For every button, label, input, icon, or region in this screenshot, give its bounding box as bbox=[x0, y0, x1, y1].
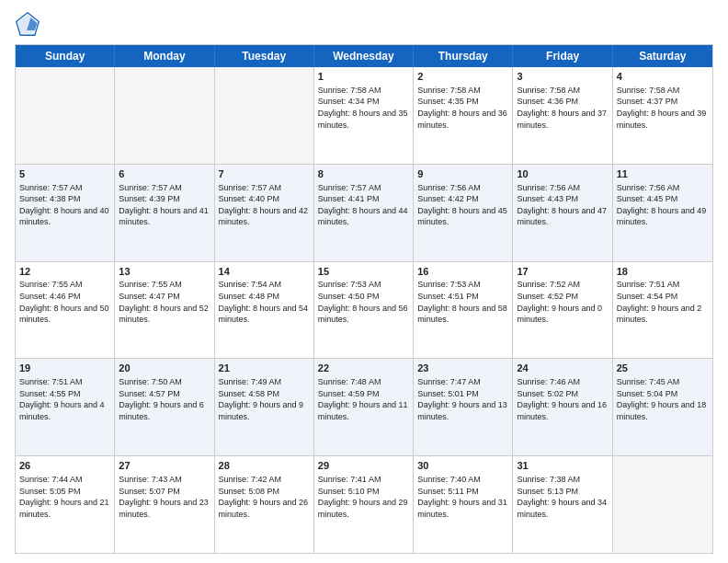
cell-text: Sunrise: 7:41 AM Sunset: 5:10 PM Dayligh… bbox=[318, 474, 409, 520]
calendar-header-sunday: Sunday bbox=[16, 45, 115, 67]
page: SundayMondayTuesdayWednesdayThursdayFrid… bbox=[0, 0, 728, 563]
calendar: SundayMondayTuesdayWednesdayThursdayFrid… bbox=[15, 44, 713, 554]
calendar-header-tuesday: Tuesday bbox=[215, 45, 314, 67]
calendar-cell-r0-c5: 3Sunrise: 7:58 AM Sunset: 4:36 PM Daylig… bbox=[513, 67, 612, 164]
day-number: 24 bbox=[517, 362, 608, 375]
calendar-cell-r2-c5: 17Sunrise: 7:52 AM Sunset: 4:52 PM Dayli… bbox=[513, 262, 612, 359]
cell-text: Sunrise: 7:46 AM Sunset: 5:02 PM Dayligh… bbox=[517, 376, 608, 422]
calendar-body: 1Sunrise: 7:58 AM Sunset: 4:34 PM Daylig… bbox=[16, 67, 712, 553]
day-number: 23 bbox=[417, 362, 508, 375]
cell-text: Sunrise: 7:57 AM Sunset: 4:40 PM Dayligh… bbox=[219, 182, 310, 228]
header bbox=[15, 11, 713, 37]
calendar-header-saturday: Saturday bbox=[613, 45, 712, 67]
calendar-cell-r0-c6: 4Sunrise: 7:58 AM Sunset: 4:37 PM Daylig… bbox=[613, 67, 712, 164]
day-number: 12 bbox=[19, 265, 110, 279]
day-number: 11 bbox=[617, 167, 709, 181]
calendar-cell-r4-c1: 27Sunrise: 7:43 AM Sunset: 5:07 PM Dayli… bbox=[115, 456, 214, 553]
calendar-cell-r3-c5: 24Sunrise: 7:46 AM Sunset: 5:02 PM Dayli… bbox=[513, 359, 612, 455]
cell-text: Sunrise: 7:44 AM Sunset: 5:05 PM Dayligh… bbox=[19, 474, 110, 520]
calendar-cell-r4-c3: 29Sunrise: 7:41 AM Sunset: 5:10 PM Dayli… bbox=[314, 456, 414, 553]
day-number: 28 bbox=[219, 459, 310, 473]
cell-text: Sunrise: 7:40 AM Sunset: 5:11 PM Dayligh… bbox=[417, 474, 508, 520]
day-number: 26 bbox=[19, 459, 110, 473]
calendar-cell-r1-c4: 9Sunrise: 7:56 AM Sunset: 4:42 PM Daylig… bbox=[414, 165, 513, 261]
day-number: 22 bbox=[318, 362, 409, 375]
calendar-cell-r0-c2 bbox=[215, 67, 314, 164]
day-number: 2 bbox=[417, 70, 508, 84]
calendar-cell-r4-c2: 28Sunrise: 7:42 AM Sunset: 5:08 PM Dayli… bbox=[215, 456, 314, 553]
day-number: 13 bbox=[119, 265, 210, 279]
cell-text: Sunrise: 7:58 AM Sunset: 4:34 PM Dayligh… bbox=[318, 85, 409, 131]
cell-text: Sunrise: 7:55 AM Sunset: 4:47 PM Dayligh… bbox=[119, 279, 210, 325]
calendar-cell-r1-c6: 11Sunrise: 7:56 AM Sunset: 4:45 PM Dayli… bbox=[613, 165, 712, 261]
day-number: 1 bbox=[318, 70, 409, 84]
calendar-cell-r0-c0 bbox=[16, 67, 115, 164]
cell-text: Sunrise: 7:54 AM Sunset: 4:48 PM Dayligh… bbox=[219, 279, 310, 325]
calendar-cell-r3-c6: 25Sunrise: 7:45 AM Sunset: 5:04 PM Dayli… bbox=[613, 359, 712, 455]
day-number: 19 bbox=[19, 362, 110, 375]
calendar-header-row: SundayMondayTuesdayWednesdayThursdayFrid… bbox=[16, 45, 712, 67]
cell-text: Sunrise: 7:45 AM Sunset: 5:04 PM Dayligh… bbox=[617, 376, 709, 422]
cell-text: Sunrise: 7:49 AM Sunset: 4:58 PM Dayligh… bbox=[219, 376, 310, 422]
cell-text: Sunrise: 7:47 AM Sunset: 5:01 PM Dayligh… bbox=[417, 376, 508, 422]
cell-text: Sunrise: 7:56 AM Sunset: 4:42 PM Dayligh… bbox=[417, 182, 508, 228]
calendar-cell-r1-c2: 7Sunrise: 7:57 AM Sunset: 4:40 PM Daylig… bbox=[215, 165, 314, 261]
calendar-cell-r2-c4: 16Sunrise: 7:53 AM Sunset: 4:51 PM Dayli… bbox=[414, 262, 513, 359]
day-number: 18 bbox=[617, 265, 709, 279]
calendar-cell-r3-c2: 21Sunrise: 7:49 AM Sunset: 4:58 PM Dayli… bbox=[215, 359, 314, 455]
calendar-cell-r0-c1 bbox=[115, 67, 214, 164]
day-number: 31 bbox=[517, 459, 608, 473]
calendar-cell-r2-c6: 18Sunrise: 7:51 AM Sunset: 4:54 PM Dayli… bbox=[613, 262, 712, 359]
day-number: 3 bbox=[517, 70, 608, 84]
calendar-cell-r3-c0: 19Sunrise: 7:51 AM Sunset: 4:55 PM Dayli… bbox=[16, 359, 115, 455]
calendar-cell-r2-c3: 15Sunrise: 7:53 AM Sunset: 4:50 PM Dayli… bbox=[314, 262, 414, 359]
calendar-cell-r4-c6 bbox=[613, 456, 712, 553]
calendar-cell-r3-c1: 20Sunrise: 7:50 AM Sunset: 4:57 PM Dayli… bbox=[115, 359, 214, 455]
cell-text: Sunrise: 7:57 AM Sunset: 4:38 PM Dayligh… bbox=[19, 182, 110, 228]
calendar-cell-r4-c4: 30Sunrise: 7:40 AM Sunset: 5:11 PM Dayli… bbox=[414, 456, 513, 553]
day-number: 10 bbox=[517, 167, 608, 181]
cell-text: Sunrise: 7:51 AM Sunset: 4:55 PM Dayligh… bbox=[19, 376, 110, 422]
day-number: 15 bbox=[318, 265, 409, 279]
day-number: 27 bbox=[119, 459, 210, 473]
calendar-row-0: 1Sunrise: 7:58 AM Sunset: 4:34 PM Daylig… bbox=[16, 67, 712, 164]
cell-text: Sunrise: 7:58 AM Sunset: 4:37 PM Dayligh… bbox=[617, 85, 709, 131]
cell-text: Sunrise: 7:51 AM Sunset: 4:54 PM Dayligh… bbox=[617, 279, 709, 325]
cell-text: Sunrise: 7:53 AM Sunset: 4:51 PM Dayligh… bbox=[417, 279, 508, 325]
calendar-row-4: 26Sunrise: 7:44 AM Sunset: 5:05 PM Dayli… bbox=[16, 455, 712, 553]
calendar-header-monday: Monday bbox=[115, 45, 214, 67]
day-number: 14 bbox=[219, 265, 310, 279]
logo-icon bbox=[15, 11, 40, 37]
calendar-cell-r1-c3: 8Sunrise: 7:57 AM Sunset: 4:41 PM Daylig… bbox=[314, 165, 414, 261]
calendar-cell-r2-c1: 13Sunrise: 7:55 AM Sunset: 4:47 PM Dayli… bbox=[115, 262, 214, 359]
calendar-cell-r0-c3: 1Sunrise: 7:58 AM Sunset: 4:34 PM Daylig… bbox=[314, 67, 414, 164]
calendar-cell-r3-c4: 23Sunrise: 7:47 AM Sunset: 5:01 PM Dayli… bbox=[414, 359, 513, 455]
calendar-cell-r1-c0: 5Sunrise: 7:57 AM Sunset: 4:38 PM Daylig… bbox=[16, 165, 115, 261]
day-number: 9 bbox=[417, 167, 508, 181]
calendar-row-1: 5Sunrise: 7:57 AM Sunset: 4:38 PM Daylig… bbox=[16, 164, 712, 261]
day-number: 16 bbox=[417, 265, 508, 279]
calendar-cell-r1-c5: 10Sunrise: 7:56 AM Sunset: 4:43 PM Dayli… bbox=[513, 165, 612, 261]
cell-text: Sunrise: 7:52 AM Sunset: 4:52 PM Dayligh… bbox=[517, 279, 608, 325]
cell-text: Sunrise: 7:53 AM Sunset: 4:50 PM Dayligh… bbox=[318, 279, 409, 325]
calendar-cell-r2-c2: 14Sunrise: 7:54 AM Sunset: 4:48 PM Dayli… bbox=[215, 262, 314, 359]
day-number: 6 bbox=[119, 167, 210, 181]
day-number: 21 bbox=[219, 362, 310, 375]
calendar-cell-r3-c3: 22Sunrise: 7:48 AM Sunset: 4:59 PM Dayli… bbox=[314, 359, 414, 455]
day-number: 5 bbox=[19, 167, 110, 181]
calendar-header-wednesday: Wednesday bbox=[314, 45, 414, 67]
calendar-cell-r4-c0: 26Sunrise: 7:44 AM Sunset: 5:05 PM Dayli… bbox=[16, 456, 115, 553]
cell-text: Sunrise: 7:42 AM Sunset: 5:08 PM Dayligh… bbox=[219, 474, 310, 520]
calendar-cell-r2-c0: 12Sunrise: 7:55 AM Sunset: 4:46 PM Dayli… bbox=[16, 262, 115, 359]
cell-text: Sunrise: 7:56 AM Sunset: 4:45 PM Dayligh… bbox=[617, 182, 709, 228]
day-number: 29 bbox=[318, 459, 409, 473]
calendar-row-2: 12Sunrise: 7:55 AM Sunset: 4:46 PM Dayli… bbox=[16, 261, 712, 359]
day-number: 4 bbox=[617, 70, 709, 84]
calendar-header-friday: Friday bbox=[513, 45, 612, 67]
cell-text: Sunrise: 7:56 AM Sunset: 4:43 PM Dayligh… bbox=[517, 182, 608, 228]
calendar-cell-r1-c1: 6Sunrise: 7:57 AM Sunset: 4:39 PM Daylig… bbox=[115, 165, 214, 261]
cell-text: Sunrise: 7:58 AM Sunset: 4:35 PM Dayligh… bbox=[417, 85, 508, 131]
cell-text: Sunrise: 7:38 AM Sunset: 5:13 PM Dayligh… bbox=[517, 474, 608, 520]
day-number: 30 bbox=[417, 459, 508, 473]
day-number: 20 bbox=[119, 362, 210, 375]
